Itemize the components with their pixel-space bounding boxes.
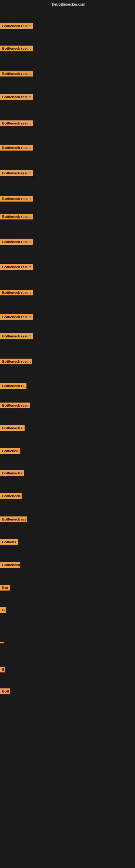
bottleneck-label: Bottleneck result [0, 290, 33, 296]
bottleneck-item: Bottleneck [0, 562, 20, 569]
bottleneck-label: B [0, 667, 5, 673]
bottleneck-label: Bottleneck result [0, 359, 32, 364]
bottleneck-item: Bottlens [0, 539, 18, 546]
bottleneck-item: Bottleneck result [0, 94, 33, 101]
bottleneck-item: Bottleneck re [0, 383, 27, 390]
bottleneck-label: Bottlenec [0, 448, 20, 454]
bottleneck-label: Bottlens [0, 539, 18, 545]
bottleneck-label [0, 642, 4, 643]
bottleneck-item: B [0, 667, 5, 674]
bottleneck-label: Bottleneck result [0, 145, 33, 151]
bottleneck-label: Bottleneck result [0, 239, 33, 245]
bottleneck-item: Bott [0, 688, 10, 695]
bottleneck-item: Bottleneck result [0, 145, 33, 152]
bottleneck-item: Bottleneck r [0, 470, 24, 477]
bottleneck-label: Bot [0, 585, 10, 590]
bottleneck-label: Bottleneck result [0, 23, 33, 29]
bottleneck-label: Bottleneck result [0, 333, 33, 339]
bottleneck-label: Bottleneck result [0, 403, 30, 408]
bottleneck-item: Bottlenec [0, 448, 20, 455]
bottleneck-item: B [0, 607, 6, 614]
bottleneck-label: Bottleneck result [0, 170, 33, 176]
bottleneck-item: Bottleneck result [0, 45, 33, 52]
bottleneck-item: Bottleneck result [0, 403, 30, 409]
bottleneck-item: Bottleneck result [0, 170, 33, 177]
bottleneck-item: Bottleneck result [0, 290, 33, 297]
bottleneck-item: Bottleneck result [0, 120, 33, 127]
bottleneck-item: Bottleneck result [0, 23, 33, 30]
bottleneck-label: Bottleneck result [0, 214, 33, 219]
bottleneck-item: Bottleneck result [0, 359, 32, 365]
bottleneck-label: Bottleneck [0, 493, 21, 499]
bottleneck-item: Bot [0, 585, 10, 592]
bottleneck-label: Bottleneck result [0, 120, 33, 126]
bottleneck-item: Bottleneck result [0, 214, 33, 220]
bottleneck-label: Bottleneck result [0, 45, 33, 51]
bottleneck-item: Bottleneck result [0, 239, 33, 246]
bottleneck-label: Bottleneck r [0, 425, 25, 431]
bottleneck-label: Bottleneck result [0, 71, 33, 76]
bottleneck-item [0, 640, 4, 645]
bottleneck-item: Bottleneck result [0, 314, 33, 321]
bottleneck-label: Bottleneck result [0, 314, 33, 320]
bottleneck-item: Bottleneck r [0, 425, 25, 432]
bottleneck-label: Bottleneck [0, 562, 20, 568]
site-header: TheBottlenecker.com [0, 0, 135, 8]
bottleneck-label: Bottleneck result [0, 196, 33, 202]
bottleneck-item: Bottleneck result [0, 333, 33, 340]
bottleneck-label: Bottleneck res [0, 517, 27, 522]
bottleneck-label: Bottleneck result [0, 94, 33, 100]
bottleneck-item: Bottleneck result [0, 196, 33, 203]
bottleneck-item: Bottleneck result [0, 264, 33, 271]
bottleneck-item: Bottleneck res [0, 517, 27, 523]
bottleneck-label: Bottleneck re [0, 383, 27, 389]
bottleneck-item: Bottleneck [0, 493, 21, 500]
bottleneck-label: Bott [0, 688, 10, 694]
bottleneck-label: Bottleneck result [0, 264, 33, 270]
bottleneck-label: B [0, 607, 6, 613]
bottleneck-item: Bottleneck result [0, 71, 33, 78]
bottleneck-label: Bottleneck r [0, 470, 24, 476]
